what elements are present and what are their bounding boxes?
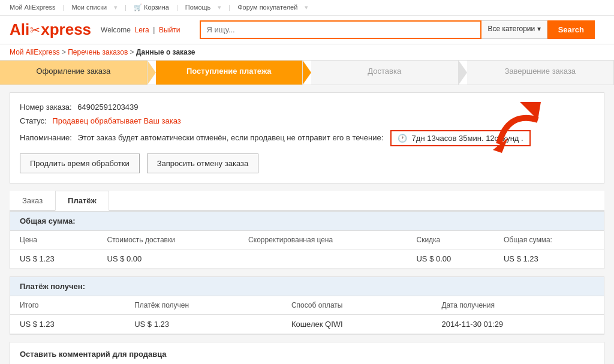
subtotal-value: US $ 1.23 [10, 315, 125, 334]
help-link[interactable]: Помощь [185, 4, 211, 11]
col-payment-received: Платёж получен [125, 296, 282, 315]
step-checkout: Оформление заказа [0, 61, 148, 85]
tabs-container: Заказ Платёж [10, 191, 604, 211]
header: Ali ✂ xpress Welcome Lera | Выйти Все ка… [0, 16, 614, 44]
total-section-header: Общая сумма: [10, 212, 604, 231]
search-area: Все категории ▾ Search [200, 20, 595, 39]
step-delivery: Доставка [311, 61, 459, 85]
order-status-row: Статус: Продавец обрабатывает Ваш заказ [20, 116, 594, 125]
search-category-dropdown[interactable]: Все категории ▾ [481, 20, 547, 39]
payment-table: Итого Платёж получен Способ оплаты Дата … [10, 296, 604, 334]
breadcrumb: Мой AliExpress > Перечень заказов > Данн… [0, 44, 614, 61]
username-link[interactable]: Lera [135, 26, 149, 34]
cart-link[interactable]: 🛒 Корзина [134, 4, 169, 11]
total-section: Общая сумма: Цена Стоимость доставки Ско… [10, 211, 604, 269]
top-navigation: Мой AliExpress | Мои списки ▾ | 🛒 Корзин… [0, 0, 614, 16]
buyer-forum-link[interactable]: Форум покупателей [237, 4, 297, 11]
col-delivery: Стоимость доставки [98, 231, 239, 249]
order-actions: Продлить время обработки Запросить отмен… [20, 154, 594, 173]
search-button[interactable]: Search [547, 20, 595, 39]
col-payment-method: Способ оплаты [282, 296, 432, 315]
step-arrow-2 [303, 61, 311, 85]
cancel-order-button[interactable]: Запросить отмену заказа [147, 154, 258, 173]
price-value: US $ 1.23 [10, 249, 98, 269]
tab-payment[interactable]: Платёж [55, 191, 109, 211]
timer-value: 7дн 13часов 35мин. 12секунд . [412, 134, 523, 143]
col-price: Цена [10, 231, 98, 249]
total-table: Цена Стоимость доставки Скорректированна… [10, 231, 604, 269]
my-aliexpress-link[interactable]: Мой AliExpress [10, 4, 56, 11]
breadcrumb-link-1[interactable]: Мой AliExpress [10, 48, 60, 56]
welcome-area: Welcome Lera | Выйти [101, 26, 180, 34]
step-payment: Поступление платежа [156, 61, 303, 85]
order-number-value: 64902591203439 [77, 103, 138, 112]
main-content: Номер заказа: 64902591203439 Статус: Про… [0, 85, 614, 364]
col-total: Общая сумма: [494, 231, 604, 249]
timer-box: 🕐 7дн 13часов 35мин. 12секунд . [390, 130, 531, 146]
payment-data-row: US $ 1.23 US $ 1.23 Кошелек QIWI 2014-11… [10, 315, 604, 334]
logout-link[interactable]: Выйти [159, 26, 180, 34]
payment-date-value: 2014-11-30 01:29 [432, 315, 604, 334]
comment-section: Оставить комментарий для продавца [10, 342, 604, 364]
payment-received-value: US $ 1.23 [125, 315, 282, 334]
total-header-row: Цена Стоимость доставки Скорректированна… [10, 231, 604, 249]
discount-value: US $ 0.00 [407, 249, 494, 269]
tab-order[interactable]: Заказ [10, 191, 55, 211]
logo-text2: xpress [41, 20, 91, 39]
logo-icon: ✂ [30, 23, 40, 37]
payment-method-value: Кошелек QIWI [282, 315, 432, 334]
timer-icon: 🕐 [398, 134, 407, 143]
adjusted-value [239, 249, 407, 269]
total-data-row: US $ 1.23 US $ 0.00 US $ 0.00 US $ 1.23 [10, 249, 604, 269]
col-subtotal: Итого [10, 296, 125, 315]
total-value: US $ 1.23 [494, 249, 604, 269]
order-info-box: Номер заказа: 64902591203439 Статус: Про… [10, 92, 604, 183]
progress-bar: Оформление заказа Поступление платежа До… [0, 61, 614, 85]
delivery-value: US $ 0.00 [98, 249, 239, 269]
breadcrumb-current: Данные о заказе [136, 48, 195, 56]
order-number-row: Номер заказа: 64902591203439 [20, 103, 594, 112]
search-input[interactable] [200, 20, 482, 39]
extend-time-button[interactable]: Продлить время обработки [20, 154, 140, 173]
logo[interactable]: Ali ✂ xpress [10, 20, 91, 39]
order-status-text: Продавец обрабатывает Ваш заказ [52, 116, 180, 125]
col-date: Дата получения [432, 296, 604, 315]
col-adjusted: Скорректированная цена [239, 231, 407, 249]
comment-section-title: Оставить комментарий для продавца [20, 350, 594, 359]
col-discount: Скидка [407, 231, 494, 249]
chevron-down-icon: ▾ [537, 25, 541, 33]
order-reminder-row: Напоминание: Этот заказ будет автоматиче… [20, 130, 594, 146]
step-complete: Завершение заказа [467, 61, 615, 85]
step-arrow-3 [459, 61, 467, 85]
my-lists-link[interactable]: Мои списки [71, 4, 107, 11]
logo-text: Ali [10, 20, 29, 39]
breadcrumb-link-2[interactable]: Перечень заказов [68, 48, 128, 56]
step-arrow-1 [148, 61, 156, 85]
cart-icon: 🛒 [134, 4, 142, 11]
reminder-text: Этот заказ будет автоматически отменён, … [77, 133, 383, 142]
payment-section-header: Платёж получен: [10, 277, 604, 296]
payment-section: Платёж получен: Итого Платёж получен Спо… [10, 276, 604, 335]
payment-header-row: Итого Платёж получен Способ оплаты Дата … [10, 296, 604, 315]
